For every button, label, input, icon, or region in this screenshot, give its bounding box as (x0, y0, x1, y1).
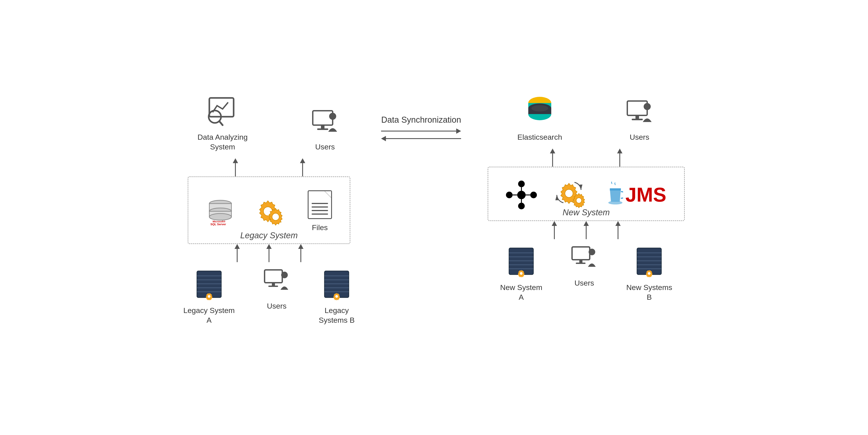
new-bottom-icons: New System A Users (500, 246, 672, 302)
svg-point-33 (335, 295, 338, 298)
arrow-from-legacy-b (298, 244, 304, 262)
svg-rect-56 (610, 188, 621, 190)
legacy-system-a-icon-box: Legacy System A (183, 269, 235, 325)
new-system-label: New System (562, 208, 610, 217)
main-layout: Data Analyzing System (183, 97, 685, 325)
new-system-box: JMS New System (488, 167, 685, 221)
elasticsearch-label: Elasticsearch (518, 132, 562, 142)
arrow-to-analyzing (233, 158, 238, 176)
svg-point-43 (644, 103, 651, 110)
svg-rect-25 (268, 286, 278, 287)
new-top-icons: Elasticsearch Users (518, 97, 655, 142)
users-bottom-right-label: Users (575, 278, 594, 288)
legacy-system-a-label: Legacy System A (183, 306, 235, 325)
svg-point-75 (648, 272, 651, 275)
sync-arrows: Data Synchronization (381, 115, 461, 141)
activemq-icon-box (555, 181, 590, 209)
svg-point-26 (281, 272, 288, 278)
gears-legacy-icon-box (252, 196, 290, 227)
data-analyzing-icon-box: Data Analyzing System (197, 97, 248, 152)
legacy-top-icons: Data Analyzing System (197, 97, 341, 152)
svg-point-64 (520, 272, 523, 275)
elasticsearch-icon-box: Elasticsearch (518, 97, 562, 142)
diagram-container: Data Analyzing System (0, 0, 868, 435)
svg-point-15 (272, 213, 279, 220)
legacy-system-box: Microsoft® SQL Server (188, 176, 350, 244)
legacy-bottom-icons: Legacy System A Users (183, 269, 355, 325)
kafka-icon-box (506, 181, 537, 209)
new-systems-b-icon-box: New Systems B (626, 246, 672, 302)
svg-point-47 (506, 192, 513, 198)
arrow-left (381, 136, 461, 141)
files-icon-box: Files (308, 190, 332, 232)
svg-point-39 (531, 105, 548, 112)
svg-text:SQL Server: SQL Server (210, 223, 226, 226)
elasticsearch-logo (525, 97, 554, 129)
files-label: Files (312, 223, 328, 232)
svg-point-46 (518, 203, 525, 209)
new-system-a-icon-box: New System A (500, 246, 542, 302)
legacy-systems-b-icon-box: Legacy Systems B (319, 269, 354, 325)
arrow-from-new-b (615, 221, 621, 239)
svg-point-48 (530, 192, 537, 198)
jms-text-label: JMS (625, 183, 666, 206)
arrow-to-users-top-right (617, 149, 622, 167)
users-bottom-right-icon-box: Users (569, 246, 600, 288)
legacy-half: Data Analyzing System (183, 97, 355, 325)
svg-point-11 (209, 214, 231, 220)
svg-point-6 (329, 113, 336, 120)
new-system-a-label: New System A (500, 282, 542, 302)
svg-rect-67 (576, 262, 586, 264)
svg-rect-42 (632, 119, 643, 120)
svg-rect-65 (572, 247, 590, 260)
arrow-to-elastic (550, 149, 555, 167)
legacy-systems-b-label: Legacy Systems B (319, 306, 354, 325)
svg-rect-0 (209, 98, 234, 117)
arrow-from-new-a (552, 221, 557, 239)
data-analyzing-icon (205, 97, 240, 129)
users-bottom-left-icon-box: Users (261, 269, 292, 311)
svg-rect-23 (265, 270, 282, 283)
svg-point-45 (518, 181, 525, 187)
svg-point-57 (608, 201, 622, 205)
new-system-half: Elasticsearch Users (488, 97, 685, 302)
svg-point-68 (589, 249, 595, 255)
legacy-inner: Microsoft® SQL Server (206, 190, 332, 232)
sql-server-icon-box: Microsoft® SQL Server (206, 197, 235, 226)
users-top-right-label: Users (630, 132, 649, 142)
svg-point-44 (518, 191, 525, 199)
jms-icon-box: JMS (608, 182, 666, 208)
svg-point-53 (565, 189, 573, 197)
legacy-system-label: Legacy System (240, 231, 298, 240)
sync-label: Data Synchronization (381, 115, 461, 125)
arrow-right (381, 128, 461, 134)
svg-point-22 (208, 295, 210, 298)
users-top-left-label: Users (315, 142, 335, 152)
svg-point-54 (576, 198, 582, 203)
new-inner: JMS (506, 181, 666, 209)
users-top-right-icon-box: Users (624, 100, 655, 142)
users-bottom-left-label: Users (267, 301, 287, 311)
svg-rect-5 (317, 128, 328, 130)
arrow-from-legacy-a (235, 244, 240, 262)
data-analyzing-label: Data Analyzing System (197, 132, 248, 152)
new-systems-b-label: New Systems B (626, 282, 672, 302)
arrow-to-users-top-left (300, 158, 305, 176)
arrow-from-users-bot-left (266, 244, 272, 262)
users-top-left-icon-box: Users (309, 110, 340, 152)
arrow-from-users-bot-right (584, 221, 589, 239)
svg-line-2 (219, 121, 223, 125)
